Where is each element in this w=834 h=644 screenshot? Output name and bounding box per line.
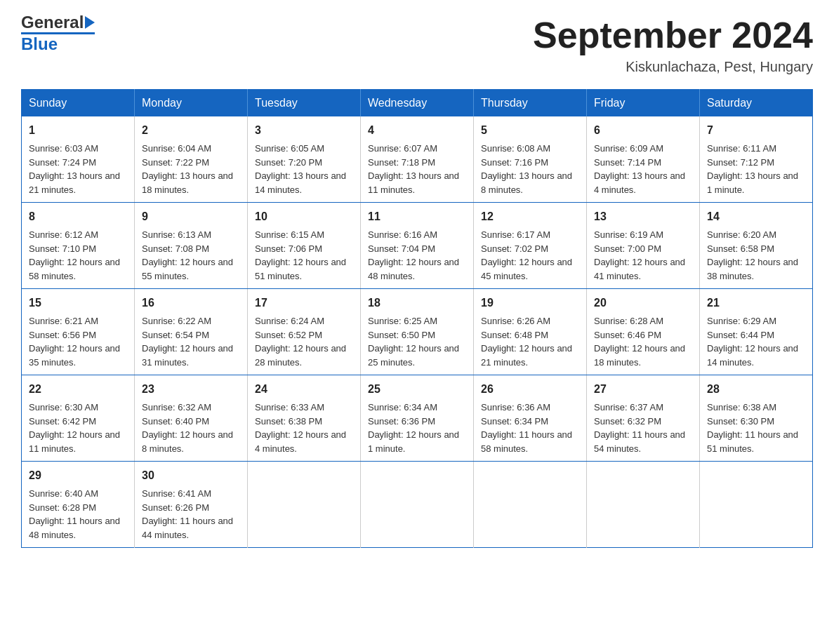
day-number: 4	[368, 122, 466, 139]
day-number: 26	[481, 381, 579, 398]
table-row: 13Sunrise: 6:19 AMSunset: 7:00 PMDayligh…	[587, 203, 700, 289]
day-number: 27	[594, 381, 692, 398]
day-info: Sunrise: 6:20 AMSunset: 6:58 PMDaylight:…	[707, 228, 805, 283]
table-row: 24Sunrise: 6:33 AMSunset: 6:38 PMDayligh…	[248, 375, 361, 462]
col-sunday: Sunday	[22, 90, 135, 117]
day-info: Sunrise: 6:05 AMSunset: 7:20 PMDaylight:…	[255, 142, 353, 196]
table-row	[587, 462, 700, 548]
day-info: Sunrise: 6:24 AMSunset: 6:52 PMDaylight:…	[255, 314, 353, 369]
day-info: Sunrise: 6:22 AMSunset: 6:54 PMDaylight:…	[142, 314, 240, 369]
day-number: 30	[142, 467, 240, 484]
table-row: 22Sunrise: 6:30 AMSunset: 6:42 PMDayligh…	[22, 375, 135, 462]
table-row	[474, 462, 587, 548]
table-row: 2Sunrise: 6:04 AMSunset: 7:22 PMDaylight…	[135, 116, 248, 203]
table-row: 19Sunrise: 6:26 AMSunset: 6:48 PMDayligh…	[474, 289, 587, 375]
col-thursday: Thursday	[474, 90, 587, 117]
table-row: 4Sunrise: 6:07 AMSunset: 7:18 PMDaylight…	[361, 116, 474, 203]
day-number: 19	[481, 295, 579, 311]
day-info: Sunrise: 6:04 AMSunset: 7:22 PMDaylight:…	[142, 142, 240, 196]
day-number: 18	[368, 295, 466, 311]
table-row: 10Sunrise: 6:15 AMSunset: 7:06 PMDayligh…	[248, 203, 361, 289]
day-info: Sunrise: 6:40 AMSunset: 6:28 PMDaylight:…	[29, 487, 127, 542]
day-info: Sunrise: 6:36 AMSunset: 6:34 PMDaylight:…	[481, 401, 579, 455]
calendar-week-row: 15Sunrise: 6:21 AMSunset: 6:56 PMDayligh…	[22, 289, 813, 375]
day-info: Sunrise: 6:25 AMSunset: 6:50 PMDaylight:…	[368, 314, 466, 369]
day-number: 12	[481, 208, 579, 225]
table-row: 20Sunrise: 6:28 AMSunset: 6:46 PMDayligh…	[587, 289, 700, 375]
table-row: 9Sunrise: 6:13 AMSunset: 7:08 PMDaylight…	[135, 203, 248, 289]
day-number: 20	[594, 295, 692, 311]
table-row: 18Sunrise: 6:25 AMSunset: 6:50 PMDayligh…	[361, 289, 474, 375]
table-row: 27Sunrise: 6:37 AMSunset: 6:32 PMDayligh…	[587, 375, 700, 462]
day-number: 13	[594, 208, 692, 225]
table-row: 30Sunrise: 6:41 AMSunset: 6:26 PMDayligh…	[135, 462, 248, 548]
day-number: 25	[368, 381, 466, 398]
day-number: 2	[142, 122, 240, 139]
day-info: Sunrise: 6:15 AMSunset: 7:06 PMDaylight:…	[255, 228, 353, 283]
day-info: Sunrise: 6:37 AMSunset: 6:32 PMDaylight:…	[594, 401, 692, 455]
calendar-table: Sunday Monday Tuesday Wednesday Thursday…	[21, 89, 813, 548]
day-number: 22	[29, 381, 127, 398]
day-info: Sunrise: 6:21 AMSunset: 6:56 PMDaylight:…	[29, 314, 127, 369]
day-info: Sunrise: 6:13 AMSunset: 7:08 PMDaylight:…	[142, 228, 240, 283]
day-info: Sunrise: 6:34 AMSunset: 6:36 PMDaylight:…	[368, 401, 466, 455]
table-row: 6Sunrise: 6:09 AMSunset: 7:14 PMDaylight…	[587, 116, 700, 203]
day-info: Sunrise: 6:30 AMSunset: 6:42 PMDaylight:…	[29, 401, 127, 455]
day-number: 16	[142, 295, 240, 311]
table-row: 17Sunrise: 6:24 AMSunset: 6:52 PMDayligh…	[248, 289, 361, 375]
logo-general-text: General	[21, 14, 84, 31]
table-row: 29Sunrise: 6:40 AMSunset: 6:28 PMDayligh…	[22, 462, 135, 548]
day-info: Sunrise: 6:12 AMSunset: 7:10 PMDaylight:…	[29, 228, 127, 283]
table-row: 7Sunrise: 6:11 AMSunset: 7:12 PMDaylight…	[700, 116, 813, 203]
day-number: 1	[29, 122, 127, 139]
day-info: Sunrise: 6:08 AMSunset: 7:16 PMDaylight:…	[481, 142, 579, 196]
logo-blue-text: Blue	[21, 32, 95, 53]
day-info: Sunrise: 6:16 AMSunset: 7:04 PMDaylight:…	[368, 228, 466, 283]
day-info: Sunrise: 6:11 AMSunset: 7:12 PMDaylight:…	[707, 142, 805, 196]
day-number: 9	[142, 208, 240, 225]
table-row	[248, 462, 361, 548]
logo-arrow-icon	[85, 16, 95, 29]
day-number: 29	[29, 467, 127, 484]
day-info: Sunrise: 6:07 AMSunset: 7:18 PMDaylight:…	[368, 142, 466, 196]
day-number: 24	[255, 381, 353, 398]
calendar-week-row: 29Sunrise: 6:40 AMSunset: 6:28 PMDayligh…	[22, 462, 813, 548]
day-info: Sunrise: 6:41 AMSunset: 6:26 PMDaylight:…	[142, 487, 240, 542]
table-row: 15Sunrise: 6:21 AMSunset: 6:56 PMDayligh…	[22, 289, 135, 375]
day-info: Sunrise: 6:26 AMSunset: 6:48 PMDaylight:…	[481, 314, 579, 369]
table-row: 16Sunrise: 6:22 AMSunset: 6:54 PMDayligh…	[135, 289, 248, 375]
day-number: 10	[255, 208, 353, 225]
calendar-week-row: 8Sunrise: 6:12 AMSunset: 7:10 PMDaylight…	[22, 203, 813, 289]
day-number: 5	[481, 122, 579, 139]
day-info: Sunrise: 6:29 AMSunset: 6:44 PMDaylight:…	[707, 314, 805, 369]
logo: General Blue	[21, 14, 95, 53]
table-row: 3Sunrise: 6:05 AMSunset: 7:20 PMDaylight…	[248, 116, 361, 203]
table-row: 14Sunrise: 6:20 AMSunset: 6:58 PMDayligh…	[700, 203, 813, 289]
col-friday: Friday	[587, 90, 700, 117]
table-row: 21Sunrise: 6:29 AMSunset: 6:44 PMDayligh…	[700, 289, 813, 375]
col-saturday: Saturday	[700, 90, 813, 117]
table-row	[361, 462, 474, 548]
table-row: 23Sunrise: 6:32 AMSunset: 6:40 PMDayligh…	[135, 375, 248, 462]
logo-row1: General	[21, 14, 95, 31]
col-tuesday: Tuesday	[248, 90, 361, 117]
day-number: 14	[707, 208, 805, 225]
day-number: 8	[29, 208, 127, 225]
table-row	[700, 462, 813, 548]
table-row: 25Sunrise: 6:34 AMSunset: 6:36 PMDayligh…	[361, 375, 474, 462]
title-section: September 2024 Kiskunlachaza, Pest, Hung…	[533, 14, 813, 75]
day-number: 6	[594, 122, 692, 139]
day-number: 11	[368, 208, 466, 225]
day-number: 17	[255, 295, 353, 311]
calendar-header-row: Sunday Monday Tuesday Wednesday Thursday…	[22, 90, 813, 117]
table-row: 28Sunrise: 6:38 AMSunset: 6:30 PMDayligh…	[700, 375, 813, 462]
col-wednesday: Wednesday	[361, 90, 474, 117]
day-info: Sunrise: 6:38 AMSunset: 6:30 PMDaylight:…	[707, 401, 805, 455]
day-number: 3	[255, 122, 353, 139]
day-number: 21	[707, 295, 805, 311]
day-number: 23	[142, 381, 240, 398]
location: Kiskunlachaza, Pest, Hungary	[533, 59, 813, 75]
day-number: 15	[29, 295, 127, 311]
table-row: 5Sunrise: 6:08 AMSunset: 7:16 PMDaylight…	[474, 116, 587, 203]
day-info: Sunrise: 6:17 AMSunset: 7:02 PMDaylight:…	[481, 228, 579, 283]
